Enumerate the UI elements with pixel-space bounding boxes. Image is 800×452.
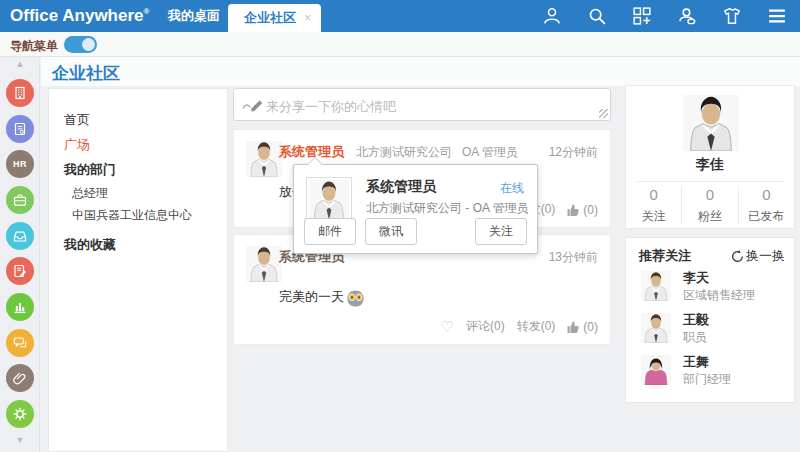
person-name[interactable]: 王舞 (683, 353, 709, 371)
avatar (641, 355, 671, 385)
refresh-icon (731, 250, 744, 263)
menu-icon[interactable] (768, 7, 786, 25)
tab-my-desktop[interactable]: 我的桌面 (152, 0, 236, 32)
refresh-button[interactable]: 换一换 (731, 247, 785, 265)
stat-value: 0 (682, 186, 737, 203)
mail-button[interactable]: 邮件 (304, 218, 356, 245)
weixun-button[interactable]: 微讯 (365, 218, 417, 245)
avatar[interactable] (246, 246, 282, 282)
post-action-bar: ♡ 评论(0) 转发(0) (0) (441, 318, 598, 335)
thumb-up-icon (567, 321, 580, 333)
person-role: 部门经理 (683, 371, 731, 388)
popup-buttons: 邮件 微讯 关注 (304, 218, 527, 245)
popup-avatar (306, 177, 352, 223)
tab-close-icon[interactable]: × (304, 11, 311, 25)
nav-group-my-favorites[interactable]: 我的收藏 (49, 232, 227, 257)
apps-icon[interactable] (633, 7, 651, 25)
recommend-item[interactable]: 李天 区域销售经理 (641, 269, 786, 307)
gear-icon[interactable] (6, 400, 34, 428)
follow-button[interactable]: 关注 (475, 218, 527, 245)
office-anywhere-app: Office Anywhere® 我的桌面 企业社区× 导航菜单 ▲ HR (0, 0, 800, 452)
nav-menu-toggle[interactable] (64, 36, 97, 53)
favorite-heart-icon[interactable]: ♡ (441, 321, 454, 333)
stat-published[interactable]: 0 已发布 (738, 186, 794, 225)
hr-icon[interactable]: HR (6, 150, 34, 178)
registered-mark: ® (144, 7, 150, 16)
stat-label: 关注 (626, 208, 681, 225)
sub-toolbar: 导航菜单 (0, 32, 800, 57)
recommend-title: 推荐关注 (639, 247, 691, 265)
stat-following[interactable]: 0 关注 (626, 186, 681, 225)
contacts-icon[interactable] (678, 7, 696, 25)
avatar (641, 271, 671, 301)
post-author-meta: 北方测试研究公司 OA 管理员 (356, 144, 518, 161)
nav-item-home[interactable]: 首页 (49, 107, 227, 132)
chart-icon[interactable] (6, 293, 34, 321)
nav-item-info-center[interactable]: 中国兵器工业信息中心 (49, 204, 227, 226)
person-name[interactable]: 王毅 (683, 311, 709, 329)
share-input[interactable] (266, 90, 596, 119)
tab-enterprise-community[interactable]: 企业社区× (228, 4, 321, 32)
person-role: 区域销售经理 (683, 287, 755, 304)
popup-user-name: 系统管理员 (366, 178, 436, 196)
inbox-icon[interactable] (6, 222, 34, 250)
nav-group-my-departments[interactable]: 我的部门 (49, 157, 227, 182)
like-button[interactable]: (0) (567, 203, 598, 217)
forward-button[interactable]: 转发(0) (517, 318, 556, 335)
search-icon[interactable] (588, 7, 606, 25)
refresh-label: 换一换 (746, 247, 785, 265)
user-icon[interactable] (543, 7, 561, 25)
title-band (41, 57, 800, 86)
comment-button[interactable]: 评论(0) (466, 318, 505, 335)
nav-menu-label: 导航菜单 (10, 38, 58, 55)
stat-label: 粉丝 (682, 208, 737, 225)
briefcase-icon[interactable] (6, 186, 34, 214)
nav-item-plaza[interactable]: 广场 (49, 132, 227, 157)
profile-stats: 0 关注 0 粉丝 0 已发布 (626, 186, 794, 225)
top-bar: Office Anywhere® 我的桌面 企业社区× (0, 0, 800, 32)
stat-label: 已发布 (739, 208, 794, 225)
my-profile-card: 李佳 0 关注 0 粉丝 0 已发布 (625, 85, 795, 229)
message-icon[interactable] (6, 329, 34, 357)
like-count: (0) (583, 203, 598, 217)
page-title: 企业社区 (52, 62, 120, 85)
post-text: 完美的一天 (279, 288, 344, 306)
post-timestamp: 13分钟前 (549, 249, 598, 266)
like-count: (0) (583, 320, 598, 334)
pen-icon (242, 98, 264, 112)
like-button[interactable]: (0) (567, 320, 598, 334)
paperclip-icon[interactable] (6, 364, 34, 392)
nav-item-general-manager[interactable]: 总经理 (49, 182, 227, 204)
document-icon[interactable] (6, 115, 34, 143)
stat-value: 0 (626, 186, 681, 203)
recommend-item[interactable]: 王毅 职员 (641, 311, 786, 349)
resize-handle[interactable] (599, 109, 608, 118)
tab-label: 企业社区 (244, 10, 296, 25)
online-status[interactable]: 在线 (500, 180, 524, 197)
divider (636, 181, 784, 182)
my-name: 李佳 (626, 156, 794, 174)
rail-scroll-up-icon[interactable]: ▲ (0, 59, 40, 69)
hr-icon-label: HR (13, 159, 27, 169)
recommend-follow-card: 推荐关注 换一换 李天 区域销售经理 王毅 职员 王舞 部门经理 (625, 237, 795, 403)
popup-user-title: 北方测试研究公司 - OA 管理员 (366, 200, 529, 217)
rail-scroll-down-icon[interactable]: ▼ (0, 435, 40, 445)
community-nav-panel: 首页 广场 我的部门 总经理 中国兵器工业信息中心 我的收藏 (48, 88, 228, 452)
person-name[interactable]: 李天 (683, 269, 709, 287)
my-avatar[interactable] (683, 95, 739, 151)
post-content: 完美的一天 (279, 285, 365, 308)
building-icon[interactable] (6, 79, 34, 107)
avatar[interactable] (246, 141, 282, 177)
theme-icon[interactable] (723, 7, 741, 25)
stat-value: 0 (739, 186, 794, 203)
app-logo[interactable]: Office Anywhere® (10, 6, 149, 26)
crying-robot-emoji (346, 289, 365, 308)
post-timestamp: 12分钟前 (549, 144, 598, 161)
stat-followers[interactable]: 0 粉丝 (681, 186, 737, 225)
header-icon-group (543, 0, 786, 32)
recommend-item[interactable]: 王舞 部门经理 (641, 353, 786, 391)
contract-icon[interactable] (6, 257, 34, 285)
toggle-knob (82, 38, 95, 51)
share-box (233, 88, 611, 121)
user-profile-popup: 系统管理员 在线 北方测试研究公司 - OA 管理员 邮件 微讯 关注 (293, 164, 538, 254)
